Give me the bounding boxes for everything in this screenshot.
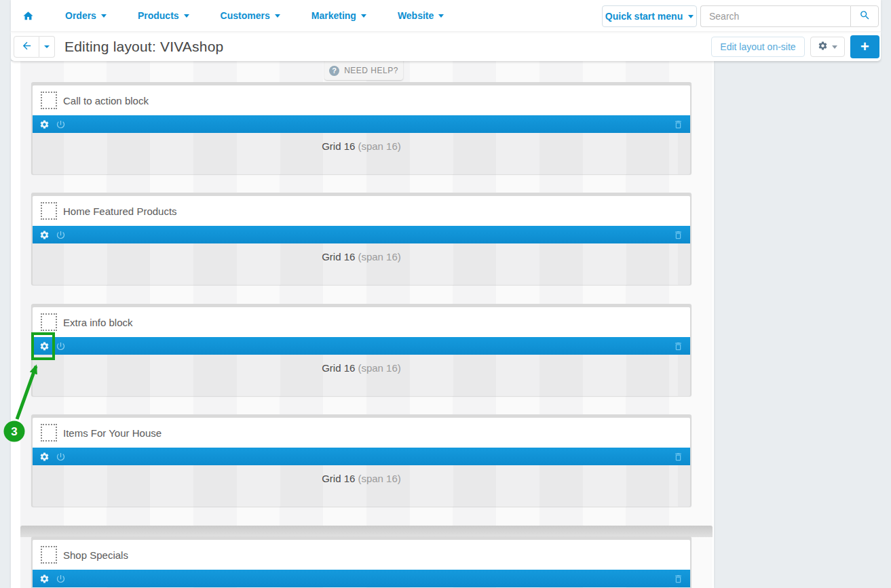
grid-label: Grid 16: [322, 473, 355, 484]
block-power-toggle-icon[interactable]: [56, 119, 66, 130]
chevron-down-icon: [101, 14, 107, 18]
block-delete-trash-icon[interactable]: [673, 119, 683, 130]
block-power-toggle-icon[interactable]: [56, 341, 66, 351]
block-title: Extra info block: [63, 317, 133, 328]
block-drag-handle[interactable]: Extra info block: [33, 307, 690, 337]
menu-website-label: Website: [398, 10, 434, 21]
block-power-toggle-icon[interactable]: [56, 452, 66, 462]
block-type-icon: [41, 313, 57, 331]
block-grid-info: Grid 16(span 16): [33, 133, 690, 174]
need-help-tab[interactable]: ? NEED HELP?: [324, 61, 403, 80]
block-settings-gear-icon[interactable]: [39, 452, 50, 462]
menu-marketing-label: Marketing: [311, 10, 356, 21]
grid-label: Grid 16: [322, 140, 355, 152]
block-drag-handle[interactable]: Call to action block: [33, 85, 690, 115]
layout-block: Call to action block Grid 16(span 16): [31, 82, 691, 174]
plus-icon: +: [860, 37, 869, 57]
search-form: [700, 5, 879, 27]
back-dropdown-button[interactable]: [39, 36, 55, 58]
gear-icon: [818, 41, 828, 53]
layout-block: Home Featured Products Grid 16(span 16): [31, 193, 691, 285]
layout-block: Shop Specials Grid 16(span 16): [31, 536, 691, 588]
block-settings-gear-icon[interactable]: [39, 341, 50, 351]
span-label: (span 16): [358, 140, 400, 152]
menu-products[interactable]: Products: [138, 10, 189, 21]
chevron-down-icon: [688, 15, 694, 18]
menu-customers[interactable]: Customers: [221, 10, 280, 21]
block-action-bar: [33, 570, 690, 587]
chevron-down-icon: [361, 14, 366, 18]
layout-editor-canvas: ? NEED HELP? Call to action block Grid 1…: [11, 61, 714, 588]
chevron-down-icon: [832, 45, 837, 49]
block-title: Call to action block: [63, 95, 149, 106]
chevron-down-icon: [184, 14, 189, 18]
block-delete-trash-icon[interactable]: [673, 574, 683, 584]
top-navigation-bar: Orders Products Customers Marketing Webs…: [11, 0, 881, 32]
block-type-icon: [41, 424, 57, 442]
block-delete-trash-icon[interactable]: [673, 452, 683, 462]
chevron-down-icon: [275, 14, 280, 18]
block-type-icon: [41, 92, 57, 109]
menu-marketing[interactable]: Marketing: [311, 10, 366, 21]
layout-block: Extra info block Grid 16(span 16): [31, 304, 691, 396]
edit-layout-onsite-button[interactable]: Edit layout on-site: [711, 37, 805, 57]
menu-orders-label: Orders: [65, 10, 96, 21]
chevron-down-icon: [438, 14, 444, 18]
block-settings-gear-icon[interactable]: [39, 230, 50, 240]
menu-website[interactable]: Website: [398, 10, 444, 21]
block-action-bar: [33, 448, 690, 465]
block-action-bar: [33, 226, 690, 243]
settings-dropdown-button[interactable]: [810, 37, 845, 57]
span-label: (span 16): [358, 251, 400, 262]
arrow-left-icon: [21, 40, 33, 54]
block-grid-info: Grid 16(span 16): [33, 243, 690, 285]
quick-start-menu-button[interactable]: Quick start menu: [602, 5, 697, 27]
block-action-bar: [33, 115, 690, 133]
span-label: (span 16): [358, 473, 400, 484]
container-divider-bar: [20, 526, 713, 537]
block-drag-handle[interactable]: Items For Your House: [33, 418, 690, 448]
back-split-button: [14, 36, 55, 58]
search-input[interactable]: [700, 5, 850, 27]
block-settings-gear-icon[interactable]: [39, 574, 50, 584]
need-help-label: NEED HELP?: [344, 66, 398, 75]
block-title: Home Featured Products: [63, 205, 177, 217]
block-drag-handle[interactable]: Shop Specials: [33, 540, 690, 570]
quick-start-menu-label: Quick start menu: [605, 11, 683, 22]
back-button[interactable]: [14, 36, 39, 58]
menu-orders[interactable]: Orders: [65, 10, 107, 21]
block-grid-info: Grid 16(span 16): [33, 465, 690, 507]
question-circle-icon: ?: [329, 66, 339, 76]
block-power-toggle-icon[interactable]: [56, 574, 66, 584]
main-menu: Orders Products Customers Marketing Webs…: [11, 10, 444, 22]
block-power-toggle-icon[interactable]: [56, 230, 66, 240]
search-button[interactable]: [850, 5, 879, 27]
grid-label: Grid 16: [322, 251, 355, 262]
block-drag-handle[interactable]: Home Featured Products: [33, 196, 690, 226]
block-title: Shop Specials: [63, 549, 128, 561]
page-toolbar: Editing layout: VIVAshop Edit layout on-…: [11, 32, 881, 61]
block-action-bar: [33, 337, 690, 355]
block-delete-trash-icon[interactable]: [673, 341, 683, 351]
layout-block: Items For Your House Grid 16(span 16): [31, 414, 691, 507]
search-icon: [859, 9, 871, 23]
grid-label: Grid 16: [322, 362, 355, 374]
block-settings-gear-icon[interactable]: [39, 119, 50, 130]
chevron-down-icon: [44, 45, 50, 48]
span-label: (span 16): [358, 362, 400, 374]
block-title: Items For Your House: [63, 427, 162, 439]
add-button[interactable]: +: [850, 35, 879, 58]
block-delete-trash-icon[interactable]: [673, 230, 683, 240]
menu-customers-label: Customers: [221, 10, 270, 21]
block-type-icon: [41, 546, 57, 564]
menu-products-label: Products: [138, 10, 179, 21]
page-title: Editing layout: VIVAshop: [64, 32, 223, 61]
home-icon[interactable]: [22, 10, 34, 22]
block-grid-info: Grid 16(span 16): [33, 355, 690, 396]
block-type-icon: [41, 202, 57, 220]
